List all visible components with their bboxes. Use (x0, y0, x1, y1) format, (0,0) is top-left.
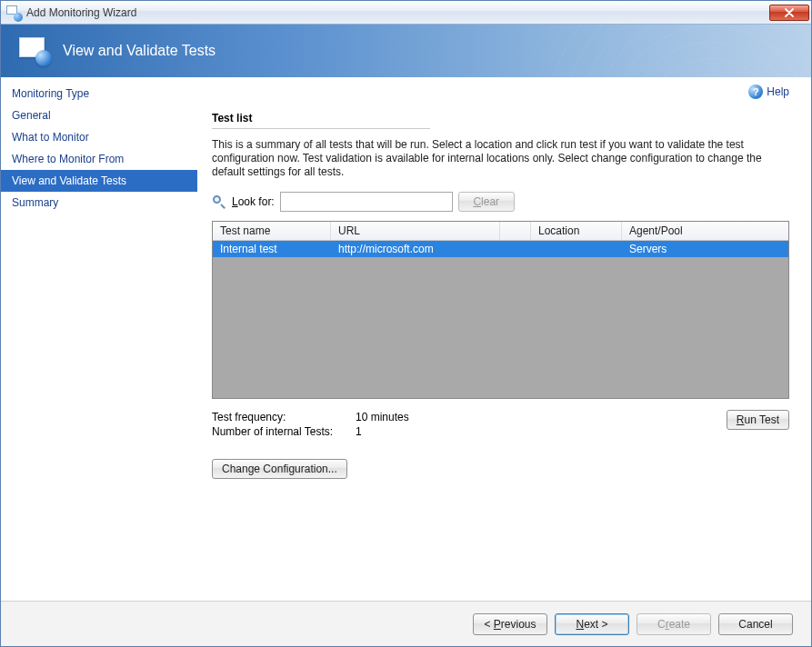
count-value: 1 (356, 424, 409, 439)
sidebar-item-monitoring-type[interactable]: Monitoring Type (1, 83, 197, 105)
previous-button[interactable]: < Previous (473, 613, 547, 635)
main-content: ? Help Test list This is a summary of al… (197, 77, 811, 601)
cell-agent-pool: Servers (622, 243, 788, 255)
window-title: Add Monitoring Wizard (26, 6, 769, 19)
cell-test-name: Internal test (213, 243, 331, 255)
count-label: Number of internal Tests: (212, 424, 356, 439)
next-button[interactable]: Next > (555, 613, 629, 635)
freq-label: Test frequency: (212, 410, 356, 424)
sidebar-item-what-to-monitor[interactable]: What to Monitor (1, 126, 197, 148)
app-icon (6, 5, 21, 20)
col-test-name[interactable]: Test name (213, 222, 331, 240)
help-link[interactable]: ? Help (748, 85, 789, 99)
freq-value: 10 minutes (356, 410, 409, 424)
col-blank[interactable] (500, 222, 531, 240)
clear-button[interactable]: Clear (458, 192, 515, 212)
banner: View and Validate Tests (1, 25, 811, 77)
sidebar-item-view-and-validate-tests[interactable]: View and Validate Tests (1, 170, 197, 192)
close-icon (785, 8, 794, 17)
lookfor-label: Look for: (232, 195, 275, 208)
meta-labels: Test frequency: Number of internal Tests… (212, 410, 356, 439)
sidebar-item-where-to-monitor-from[interactable]: Where to Monitor From (1, 148, 197, 170)
col-agent-pool[interactable]: Agent/Pool (622, 222, 788, 240)
meta-values: 10 minutes 1 (356, 410, 409, 439)
lookfor-row: Look for: Clear (212, 192, 789, 212)
sidebar: Monitoring Type General What to Monitor … (1, 77, 197, 601)
help-label: Help (767, 85, 789, 98)
col-url[interactable]: URL (331, 222, 500, 240)
search-icon (212, 194, 226, 209)
footer: < Previous Next > Create Cancel (1, 601, 811, 646)
section-rule (212, 128, 430, 129)
help-icon: ? (748, 85, 763, 99)
titlebar: Add Monitoring Wizard (1, 1, 811, 25)
lookfor-input[interactable] (280, 192, 453, 212)
col-location[interactable]: Location (531, 222, 622, 240)
grid-body: Internal test http://microsoft.com Serve… (213, 241, 788, 398)
grid-header: Test name URL Location Agent/Pool (213, 222, 788, 241)
create-button[interactable]: Create (637, 613, 711, 635)
cell-url: http://microsoft.com (331, 243, 500, 255)
section-title: Test list (212, 112, 789, 124)
banner-icon (19, 37, 50, 65)
close-button[interactable] (769, 5, 809, 21)
meta-row: Test frequency: Number of internal Tests… (212, 410, 789, 439)
banner-title: View and Validate Tests (63, 43, 216, 59)
section-description: This is a summary of all tests that will… (212, 138, 789, 179)
test-grid: Test name URL Location Agent/Pool Intern… (212, 221, 789, 399)
change-configuration-button[interactable]: Change Configuration... (212, 459, 347, 479)
run-test-button[interactable]: Run Test (727, 410, 789, 430)
cancel-button[interactable]: Cancel (718, 613, 793, 635)
table-row[interactable]: Internal test http://microsoft.com Serve… (213, 241, 788, 257)
sidebar-item-summary[interactable]: Summary (1, 192, 197, 214)
sidebar-item-general[interactable]: General (1, 105, 197, 126)
